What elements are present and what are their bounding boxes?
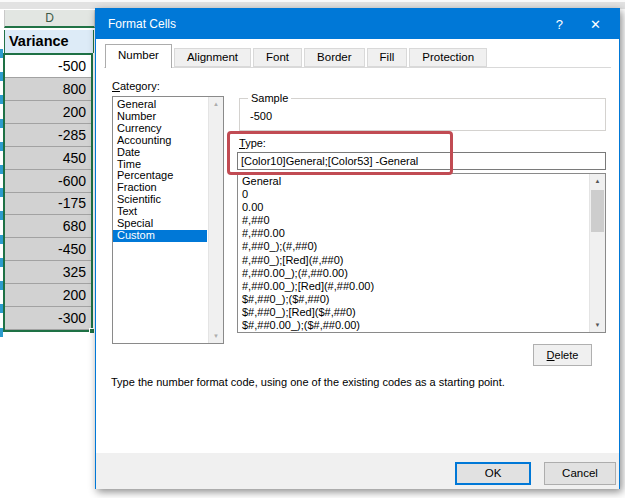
dialog-footer: OK Cancel	[96, 453, 619, 489]
format-code-item[interactable]: $#,##0_);($#,##0)	[238, 293, 588, 306]
cancel-button[interactable]: Cancel	[544, 462, 616, 485]
cell[interactable]: -285	[5, 124, 91, 147]
format-code-item[interactable]: #,##0.00_);(#,##0.00)	[238, 267, 588, 280]
format-list-scrollbar[interactable]: ▲ ▼	[589, 174, 605, 332]
scroll-up-icon[interactable]: ▲	[590, 178, 605, 184]
close-icon[interactable]: ✕	[590, 17, 601, 32]
format-code-listbox[interactable]: General 0 0.00 #,##0 #,##0.00 #,##0_);(#…	[237, 173, 606, 333]
cell[interactable]: 325	[5, 261, 91, 284]
dialog-title: Format Cells	[108, 17, 176, 31]
cell[interactable]: 200	[5, 101, 91, 124]
dialog-titlebar[interactable]: Format Cells ? ✕	[96, 9, 619, 39]
cell[interactable]: 680	[5, 215, 91, 238]
cell[interactable]: -300	[5, 307, 91, 330]
format-code-item[interactable]: General	[238, 175, 588, 188]
scroll-down-icon[interactable]: ▼	[590, 322, 605, 328]
help-icon[interactable]: ?	[556, 17, 563, 32]
category-label: Category:	[112, 80, 160, 92]
category-listbox[interactable]: General Number Currency Accounting Date …	[112, 96, 224, 344]
delete-button[interactable]: Delete	[533, 344, 592, 366]
variance-header-cell[interactable]: Variance	[4, 30, 94, 53]
format-code-item[interactable]: #,##0	[238, 214, 588, 227]
tab-protection[interactable]: Protection	[409, 48, 487, 67]
cell[interactable]: 450	[5, 147, 91, 170]
category-item[interactable]: Currency	[113, 123, 207, 135]
scrollbar-thumb[interactable]	[591, 190, 604, 232]
tab-strip: Number Alignment Font Border Fill Protec…	[105, 44, 489, 67]
category-scrollbar[interactable]: ▲ ▼	[208, 97, 223, 343]
sample-groupbox: Sample -500	[239, 98, 606, 131]
format-code-item[interactable]: $#,##0_);[Red]($#,##0)	[238, 306, 588, 319]
format-code-item[interactable]: 0.00	[238, 201, 588, 214]
format-code-item[interactable]: 0	[238, 188, 588, 201]
format-code-item[interactable]: #,##0.00_);[Red](#,##0.00)	[238, 280, 588, 293]
tab-border[interactable]: Border	[304, 48, 365, 67]
cell[interactable]: -600	[5, 170, 91, 193]
tab-font[interactable]: Font	[253, 48, 302, 67]
format-cells-dialog: Format Cells ? ✕ Number Alignment Font B…	[95, 8, 620, 489]
tab-alignment[interactable]: Alignment	[174, 48, 251, 67]
type-label: Type:	[239, 137, 266, 149]
scroll-up-icon[interactable]: ▲	[209, 101, 223, 107]
scroll-down-icon[interactable]: ▼	[209, 333, 223, 339]
cell[interactable]: 800	[5, 78, 91, 101]
active-cell[interactable]: -500	[5, 55, 91, 78]
format-code-item[interactable]: #,##0_);[Red](#,##0)	[238, 254, 588, 267]
format-code-item[interactable]: $#,##0.00_);($#,##0.00)	[238, 319, 588, 332]
cell[interactable]: -175	[5, 193, 91, 216]
tab-number[interactable]: Number	[105, 44, 172, 68]
sample-label: Sample	[248, 92, 291, 104]
category-item-selected[interactable]: Custom	[113, 230, 207, 242]
ok-button[interactable]: OK	[455, 462, 531, 485]
category-item[interactable]: Date	[113, 147, 207, 159]
category-item[interactable]: Accounting	[113, 135, 207, 147]
hint-text: Type the number format code, using one o…	[111, 376, 606, 388]
sample-value: -500	[250, 110, 272, 122]
format-code-item[interactable]: #,##0.00	[238, 227, 588, 240]
cell[interactable]: 200	[5, 284, 91, 307]
cell[interactable]: -450	[5, 238, 91, 261]
tab-baseline	[104, 67, 611, 68]
type-input[interactable]	[237, 152, 606, 170]
format-code-item[interactable]: #,##0_);(#,##0)	[238, 240, 588, 253]
column-header-d[interactable]: D	[4, 10, 95, 28]
tab-fill[interactable]: Fill	[367, 48, 408, 67]
selected-cell-range[interactable]: -500 800 200 -285 450 -600 -175 680 -450…	[3, 53, 93, 332]
